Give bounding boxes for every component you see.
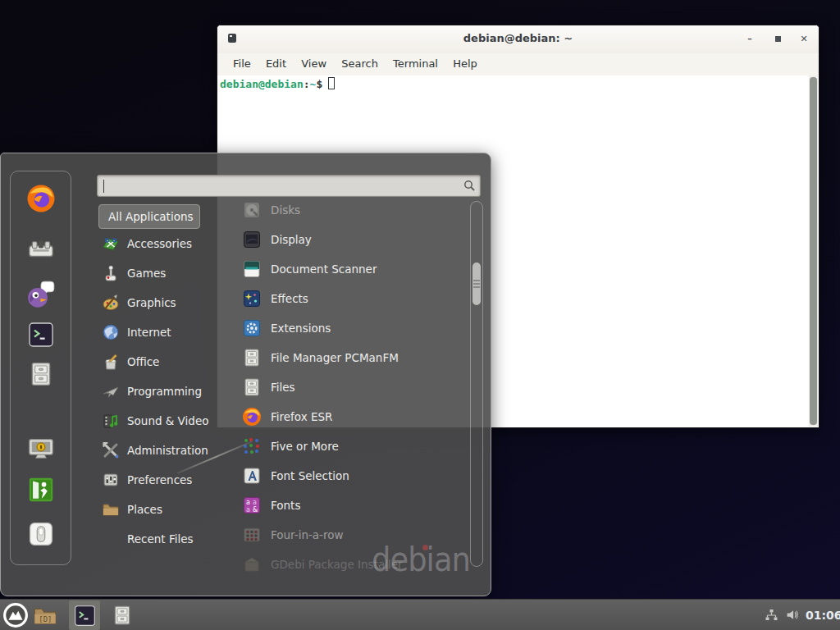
app-firefox-esr[interactable]: Firefox ESR xyxy=(222,402,467,431)
app-label: Fonts xyxy=(271,499,300,512)
keyboard-icon xyxy=(27,235,55,263)
category-sound-video[interactable]: Sound & Video xyxy=(98,406,220,436)
log-out-button[interactable] xyxy=(27,476,55,504)
app-label: Four-in-a-row xyxy=(271,528,344,541)
minimize-button[interactable]: – xyxy=(743,33,756,46)
menu-help[interactable]: Help xyxy=(447,53,483,70)
app-gdebi-package-installer[interactable]: GDebi Package Installer xyxy=(222,550,467,579)
shut-down-icon xyxy=(28,521,54,547)
prompt-user-host: debian@debian xyxy=(220,78,304,90)
taskbar: [D] 01:06 xyxy=(0,599,840,630)
favorite-firefox[interactable] xyxy=(26,184,56,213)
category-administration[interactable]: Administration xyxy=(98,436,220,465)
app-disks[interactable]: Disks xyxy=(222,195,467,225)
app-label: Files xyxy=(271,381,295,394)
search-input[interactable] xyxy=(104,177,459,194)
sound-video-icon xyxy=(102,412,120,430)
app-document-scanner[interactable]: Document Scanner xyxy=(222,254,467,284)
file-manager-launcher[interactable]: [D] xyxy=(34,605,57,629)
category-office[interactable]: Office xyxy=(98,347,220,377)
games-icon xyxy=(102,264,120,282)
application-list: Disks Display Document Scanner xyxy=(222,195,467,579)
terminal-icon xyxy=(74,605,96,627)
lock-screen-button[interactable] xyxy=(27,435,55,463)
app-effects[interactable]: Effects xyxy=(222,284,467,313)
category-graphics[interactable]: Graphics xyxy=(98,288,220,317)
app-files[interactable]: Files xyxy=(222,372,467,402)
volume-icon[interactable] xyxy=(785,608,800,625)
pidgin-icon xyxy=(25,279,57,310)
app-display[interactable]: Display xyxy=(222,225,467,254)
app-extensions[interactable]: Extensions xyxy=(222,313,467,343)
category-programming[interactable]: Programming xyxy=(98,377,220,406)
menu-search[interactable]: Search xyxy=(336,53,384,70)
menu-search-box xyxy=(97,175,481,197)
file-cabinet-icon xyxy=(242,377,262,397)
menu-edit[interactable]: Edit xyxy=(260,53,292,70)
app-five-or-more[interactable]: Five or More xyxy=(222,431,467,461)
app-fonts[interactable]: a a a & Fonts xyxy=(222,491,467,520)
preferences-icon xyxy=(102,471,120,489)
category-label: Games xyxy=(127,267,166,280)
svg-text:[D]: [D] xyxy=(39,615,52,623)
font-selection-icon xyxy=(242,466,262,486)
document-scanner-icon xyxy=(242,259,262,279)
favorite-terminal[interactable] xyxy=(28,322,54,348)
app-label: Display xyxy=(271,233,312,246)
file-cabinet-launcher[interactable] xyxy=(112,605,133,629)
terminal-taskbar-button[interactable] xyxy=(69,600,100,630)
clock[interactable]: 01:06 xyxy=(806,600,840,630)
firefox-icon xyxy=(26,184,56,213)
network-status-icon[interactable] xyxy=(765,609,778,625)
app-label: Five or More xyxy=(271,440,339,453)
app-font-selection[interactable]: Font Selection xyxy=(222,461,467,491)
five-or-more-icon xyxy=(242,436,262,456)
terminal-scrollbar-thumb[interactable] xyxy=(810,77,817,425)
category-label: Accessories xyxy=(127,237,192,250)
menu-terminal[interactable]: Terminal xyxy=(387,53,444,70)
display-icon xyxy=(242,230,262,249)
lock-screen-icon xyxy=(27,435,55,463)
app-list-scrollbar[interactable] xyxy=(470,201,483,567)
menu-file[interactable]: File xyxy=(227,53,257,70)
effects-icon xyxy=(242,289,262,308)
favorite-keyboard[interactable] xyxy=(27,235,55,263)
category-places[interactable]: Places xyxy=(98,495,220,524)
menu-button[interactable] xyxy=(2,602,29,630)
app-four-in-a-row[interactable]: Four-in-a-row xyxy=(222,520,467,550)
svg-text:a: a xyxy=(253,499,257,506)
app-file-manager-pcmanfm[interactable]: File Manager PCManFM xyxy=(222,343,467,372)
file-cabinet-icon xyxy=(242,348,262,368)
search-icon xyxy=(463,180,476,194)
app-label: Font Selection xyxy=(271,469,349,482)
category-recent-files[interactable]: Recent Files xyxy=(98,524,220,554)
terminal-icon xyxy=(28,322,54,348)
category-label: Programming xyxy=(127,385,202,398)
favorite-file-manager[interactable] xyxy=(28,361,54,387)
app-label: File Manager PCManFM xyxy=(271,351,399,364)
app-list-scrollbar-thumb[interactable] xyxy=(472,262,481,305)
category-internet[interactable]: Internet xyxy=(98,317,220,347)
terminal-scrollbar[interactable] xyxy=(809,75,818,427)
category-preferences[interactable]: Preferences xyxy=(98,465,220,495)
maximize-button[interactable] xyxy=(771,33,784,46)
close-button[interactable]: ✕ xyxy=(797,33,810,46)
file-cabinet-icon xyxy=(28,361,54,387)
category-games[interactable]: Games xyxy=(98,258,220,288)
menu-view[interactable]: View xyxy=(295,53,332,70)
category-label: Administration xyxy=(127,444,208,457)
app-label: Document Scanner xyxy=(271,262,377,276)
terminal-titlebar[interactable]: debian@debian: ~ – ✕ xyxy=(217,25,819,53)
shell-prompt: debian@debian:~$ xyxy=(220,77,335,90)
category-label: Recent Files xyxy=(127,532,194,546)
category-label: Sound & Video xyxy=(127,414,208,427)
category-accessories[interactable]: Accessories xyxy=(98,229,220,258)
favorite-pidgin[interactable] xyxy=(25,279,57,310)
all-applications-button[interactable]: All Applications xyxy=(98,204,200,229)
shut-down-button[interactable] xyxy=(28,521,54,547)
administration-icon xyxy=(102,441,120,459)
app-label: GDebi Package Installer xyxy=(271,558,403,571)
app-label: Effects xyxy=(271,292,308,305)
category-label: Places xyxy=(127,503,162,516)
favorites-sidebar xyxy=(10,171,71,565)
